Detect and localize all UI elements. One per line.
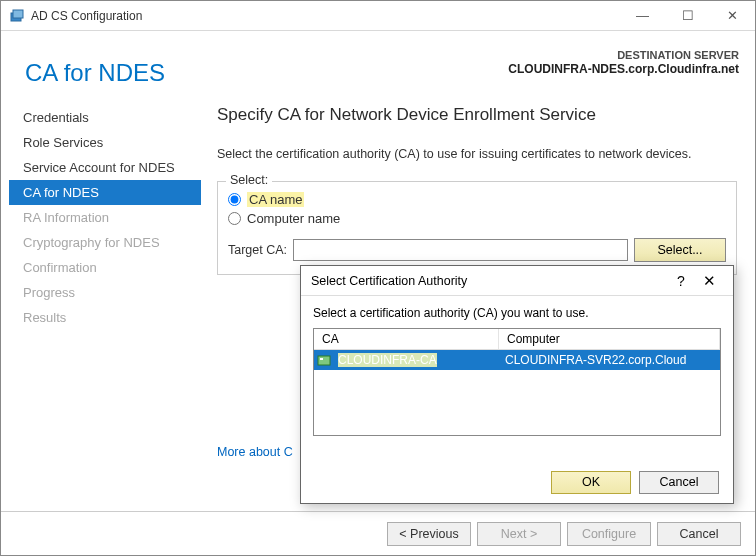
- destination-server: CLOUDINFRA-NDES.corp.Cloudinfra.net: [508, 62, 739, 76]
- radio-ca-name-row[interactable]: CA name: [228, 190, 726, 209]
- listview-header: CA Computer: [314, 329, 720, 350]
- sidebar-item-service-account[interactable]: Service Account for NDES: [9, 155, 201, 180]
- wizard-sidebar: Credentials Role Services Service Accoun…: [1, 105, 201, 512]
- main-heading: Specify CA for Network Device Enrollment…: [217, 105, 737, 125]
- dialog-cancel-button[interactable]: Cancel: [639, 471, 719, 494]
- svg-rect-2: [318, 356, 330, 365]
- radio-computer-name[interactable]: [228, 212, 241, 225]
- minimize-button[interactable]: —: [620, 1, 665, 30]
- ca-cell-computer: CLOUDINFRA-SVR22.corp.Cloud: [499, 350, 720, 370]
- more-about-link[interactable]: More about C: [217, 445, 293, 459]
- window-titlebar: AD CS Configuration — ☐ ✕: [1, 1, 755, 31]
- target-ca-label: Target CA:: [228, 243, 287, 257]
- next-button: Next >: [477, 522, 561, 546]
- svg-rect-3: [320, 358, 323, 360]
- header: CA for NDES DESTINATION SERVER CLOUDINFR…: [1, 31, 755, 87]
- select-legend: Select:: [226, 173, 272, 187]
- sidebar-item-role-services[interactable]: Role Services: [9, 130, 201, 155]
- dialog-footer: OK Cancel: [301, 461, 733, 503]
- select-fieldset: Select: CA name Computer name Target CA:…: [217, 181, 737, 275]
- svg-rect-1: [13, 10, 23, 18]
- main-description: Select the certification authority (CA) …: [217, 147, 737, 161]
- dialog-ok-button[interactable]: OK: [551, 471, 631, 494]
- sidebar-item-progress: Progress: [9, 280, 201, 305]
- dialog-titlebar: Select Certification Authority ? ✕: [301, 266, 733, 296]
- sidebar-item-confirmation: Confirmation: [9, 255, 201, 280]
- sidebar-item-results: Results: [9, 305, 201, 330]
- wizard-footer: < Previous Next > Configure Cancel: [1, 511, 755, 555]
- dialog-close-button[interactable]: ✕: [695, 272, 723, 290]
- ca-cell-name: CLOUDINFRA-CA: [332, 350, 499, 370]
- sidebar-item-cryptography: Cryptography for NDES: [9, 230, 201, 255]
- column-ca[interactable]: CA: [314, 329, 499, 349]
- window-title: AD CS Configuration: [31, 9, 620, 23]
- page-title: CA for NDES: [25, 49, 165, 87]
- cancel-button[interactable]: Cancel: [657, 522, 741, 546]
- app-icon: [9, 8, 25, 24]
- sidebar-item-ca-for-ndes[interactable]: CA for NDES: [9, 180, 201, 205]
- column-computer[interactable]: Computer: [499, 329, 720, 349]
- help-button[interactable]: ?: [667, 273, 695, 289]
- ca-listview[interactable]: CA Computer CLOUDINFRA-CA CLOUDINFRA-SVR…: [313, 328, 721, 436]
- previous-button[interactable]: < Previous: [387, 522, 471, 546]
- ca-row-icon: [314, 353, 332, 367]
- radio-computer-name-row[interactable]: Computer name: [228, 209, 726, 228]
- select-ca-button[interactable]: Select...: [634, 238, 726, 262]
- destination-label: DESTINATION SERVER: [508, 49, 739, 61]
- radio-ca-name-label: CA name: [247, 192, 304, 207]
- dialog-title: Select Certification Authority: [311, 274, 667, 288]
- sidebar-item-ra-information: RA Information: [9, 205, 201, 230]
- radio-computer-name-label: Computer name: [247, 211, 340, 226]
- select-ca-dialog: Select Certification Authority ? ✕ Selec…: [300, 265, 734, 504]
- destination-info: DESTINATION SERVER CLOUDINFRA-NDES.corp.…: [508, 49, 739, 87]
- close-button[interactable]: ✕: [710, 1, 755, 30]
- sidebar-item-credentials[interactable]: Credentials: [9, 105, 201, 130]
- radio-ca-name[interactable]: [228, 193, 241, 206]
- dialog-description: Select a certification authority (CA) yo…: [313, 306, 721, 320]
- target-ca-input[interactable]: [293, 239, 628, 261]
- ca-list-row[interactable]: CLOUDINFRA-CA CLOUDINFRA-SVR22.corp.Clou…: [314, 350, 720, 370]
- maximize-button[interactable]: ☐: [665, 1, 710, 30]
- configure-button: Configure: [567, 522, 651, 546]
